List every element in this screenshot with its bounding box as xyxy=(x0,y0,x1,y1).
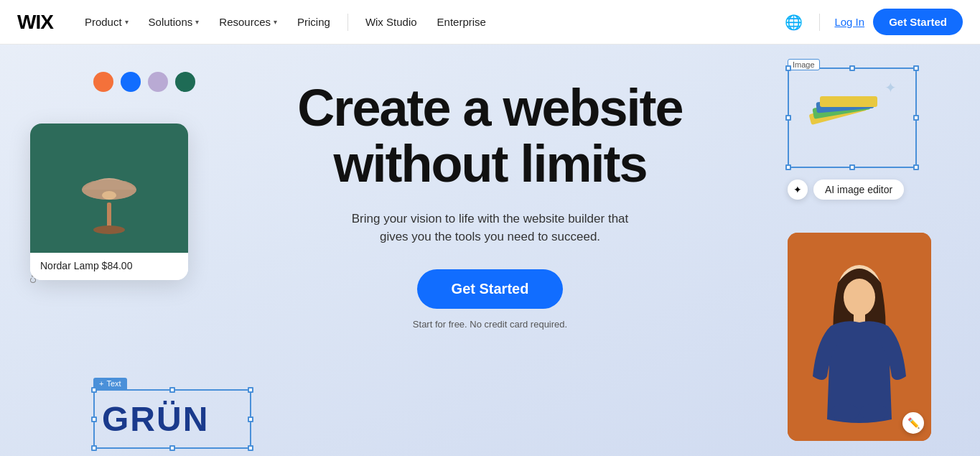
nav-item-enterprise[interactable]: Enterprise xyxy=(429,10,495,34)
text-handle-tl[interactable] xyxy=(91,387,97,393)
handle-br[interactable] xyxy=(913,164,919,170)
nav-right: 🌐 Log In Get Started xyxy=(782,9,963,35)
hero-headline: Create a website without limits xyxy=(239,80,742,192)
product-image-inside: ✦ xyxy=(789,69,915,167)
image-selection-box: Image ✦ xyxy=(788,68,917,168)
chevron-down-icon: ▾ xyxy=(274,18,277,26)
handle-ml[interactable] xyxy=(785,115,791,121)
text-handle-tr[interactable] xyxy=(248,387,253,393)
person-background: ✏️ xyxy=(788,233,931,441)
svg-point-15 xyxy=(859,404,888,421)
handle-tm[interactable] xyxy=(849,65,855,71)
text-handle-ml[interactable] xyxy=(91,417,97,422)
color-dot[interactable] xyxy=(93,72,113,92)
svg-point-4 xyxy=(102,191,116,200)
nav-divider-2 xyxy=(819,14,820,31)
product-card: Nordar Lamp $84.00 xyxy=(30,124,188,280)
person-card: ✏️ xyxy=(788,233,931,441)
svg-text:✦: ✦ xyxy=(885,80,897,96)
logo[interactable]: WIX xyxy=(17,11,53,34)
ai-icon: ✦ xyxy=(788,180,808,200)
product-card-label: Nordar Lamp $84.00 xyxy=(30,253,188,280)
nav-item-wix-studio[interactable]: Wix Studio xyxy=(357,10,426,34)
ai-editor-row: ✦ AI image editor xyxy=(788,180,931,200)
text-tag: + Text xyxy=(93,378,127,389)
gruen-text: GRÜN xyxy=(102,399,243,439)
nav-divider xyxy=(347,14,348,31)
ai-editor-label[interactable]: AI image editor xyxy=(813,180,904,200)
login-button[interactable]: Log In xyxy=(834,16,864,28)
person-figure: ✏️ xyxy=(788,233,931,441)
svg-point-12 xyxy=(844,279,875,316)
color-dot[interactable] xyxy=(121,72,141,92)
plus-icon: + xyxy=(99,379,103,388)
chevron-down-icon: ▾ xyxy=(125,18,129,26)
handle-tr[interactable] xyxy=(913,65,919,71)
hero-subtext: Bring your vision to life with the websi… xyxy=(239,210,742,246)
image-label-tag: Image xyxy=(788,59,820,70)
nav-item-product[interactable]: Product ▾ xyxy=(76,10,137,34)
globe-icon[interactable]: 🌐 xyxy=(782,11,805,34)
text-editor-widget: + Text GRÜN xyxy=(93,376,251,449)
nav-links: Product ▾ Solutions ▾ Resources ▾ Pricin… xyxy=(76,10,783,34)
product-card-image xyxy=(30,124,188,253)
nav-item-resources[interactable]: Resources ▾ xyxy=(210,10,286,34)
color-dot[interactable] xyxy=(175,72,195,92)
text-handle-bm[interactable] xyxy=(169,445,175,451)
text-handle-tm[interactable] xyxy=(169,387,175,393)
chevron-down-icon: ▾ xyxy=(195,18,199,26)
person-illustration xyxy=(788,233,931,441)
color-dot[interactable] xyxy=(148,72,168,92)
text-handle-mr[interactable] xyxy=(248,417,253,422)
hero-section: Created with Wix Nordar Lamp $84.00 xyxy=(0,45,980,456)
svg-rect-8 xyxy=(820,96,877,107)
image-editor-widget: Image ✦ xyxy=(780,68,931,200)
color-dots xyxy=(93,72,195,92)
edit-icon[interactable]: ✏️ xyxy=(902,412,924,434)
lamp-illustration xyxy=(66,138,152,238)
nav-item-pricing[interactable]: Pricing xyxy=(289,10,339,34)
handle-tl[interactable] xyxy=(785,65,791,71)
svg-point-14 xyxy=(831,404,859,421)
hero-cta-button[interactable]: Get Started xyxy=(417,269,564,309)
hero-cta-note: Start for free. No credit card required. xyxy=(239,319,742,330)
hero-center: Create a website without limits Bring yo… xyxy=(239,80,742,330)
logo-text: WIX xyxy=(17,11,53,34)
handle-bl[interactable] xyxy=(785,164,791,170)
text-handle-bl[interactable] xyxy=(91,445,97,451)
text-handle-br[interactable] xyxy=(248,445,253,451)
handle-bm[interactable] xyxy=(849,164,855,170)
svg-point-1 xyxy=(93,225,125,234)
handle-mr[interactable] xyxy=(913,115,919,121)
nav-item-solutions[interactable]: Solutions ▾ xyxy=(140,10,208,34)
navbar: WIX Product ▾ Solutions ▾ Resources ▾ Pr… xyxy=(0,0,980,45)
nav-get-started-button[interactable]: Get Started xyxy=(873,9,963,35)
products-illustration: ✦ xyxy=(795,71,910,164)
text-selection-box: GRÜN xyxy=(93,389,251,449)
